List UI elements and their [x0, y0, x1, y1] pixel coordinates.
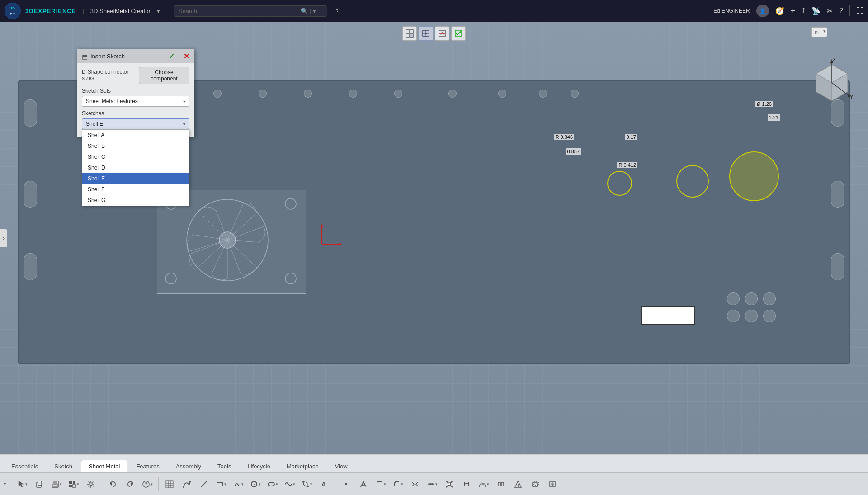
cad-circle-large — [729, 151, 779, 201]
dropdown-item-shell-d[interactable]: Shell D — [82, 162, 189, 173]
tab-assembly[interactable]: Assembly — [168, 460, 209, 472]
help-button[interactable]: ? ▾ — [139, 476, 156, 492]
d-shape-label: D-Shape connector sizes — [82, 69, 134, 81]
select-arrow: ▾ — [25, 482, 28, 486]
dialog-body: D-Shape connector sizes Choose component… — [77, 63, 194, 137]
grid-toggle-button[interactable] — [402, 26, 417, 41]
fillet-button[interactable]: ▾ — [373, 476, 389, 492]
project-button[interactable] — [355, 476, 372, 492]
search-icon[interactable]: 🔍 — [301, 8, 308, 14]
sketch-sets-dropdown[interactable]: Sheet Metal Features ▾ — [82, 96, 189, 107]
ellipse-arrow: ▾ — [276, 482, 278, 486]
cut-view-button[interactable] — [435, 26, 449, 41]
user-name: Ed ENGINEER — [713, 8, 750, 14]
svg-point-0 — [5, 3, 20, 19]
select-button[interactable]: ▾ — [14, 476, 30, 492]
search-input[interactable] — [179, 8, 301, 14]
trim-button[interactable] — [441, 476, 458, 492]
scissors-icon[interactable]: ✂ — [827, 7, 833, 15]
bezier-button[interactable] — [179, 476, 195, 492]
app-logo[interactable]: 3D ▶ ■ — [5, 3, 21, 19]
dropdown-item-shell-e[interactable]: Shell E — [82, 173, 189, 184]
line-button[interactable] — [196, 476, 212, 492]
add-icon[interactable]: + — [791, 6, 796, 16]
choose-component-button[interactable]: Choose component — [139, 67, 189, 84]
tab-view[interactable]: View — [327, 460, 355, 472]
svg-text:A: A — [321, 481, 326, 488]
sketches-dropdown[interactable]: Shell E ▾ — [82, 118, 189, 129]
rect-button[interactable]: ▾ — [213, 476, 229, 492]
svg-text:dim: dim — [480, 482, 485, 485]
slot — [24, 253, 37, 280]
help-icon[interactable]: ? — [839, 7, 843, 15]
sketches-dropdown-container: Shell E ▾ Shell A Shell B Shell C Shell … — [82, 118, 189, 129]
grid-button[interactable] — [161, 476, 178, 492]
save-button[interactable]: ▾ — [48, 476, 65, 492]
dropdown-item-shell-a[interactable]: Shell A — [82, 130, 189, 141]
ellipse-button[interactable]: ▾ — [264, 476, 281, 492]
app-name-text: 3D SheetMetal Creator — [90, 8, 151, 14]
dropdown-item-shell-g[interactable]: Shell G — [82, 195, 189, 206]
unfold-button[interactable] — [493, 476, 509, 492]
tab-lifecycle[interactable]: Lifecycle — [240, 460, 278, 472]
3d-sketch-button[interactable] — [527, 476, 543, 492]
expand-icon[interactable]: ⛶ — [856, 7, 863, 15]
left-panel-collapse[interactable]: › — [0, 229, 7, 247]
dropdown-item-shell-c[interactable]: Shell C — [82, 151, 189, 162]
hole — [498, 90, 506, 98]
settings-button[interactable] — [83, 476, 99, 492]
arc-button[interactable]: ▾ — [230, 476, 246, 492]
svg-text:Z: Z — [833, 58, 836, 62]
connect-button[interactable]: ▾ — [299, 476, 315, 492]
compass-widget[interactable]: Z Y — [809, 58, 854, 112]
svg-point-19 — [165, 273, 176, 284]
dialog-title-icon: ⬒ — [82, 53, 88, 60]
tab-marketplace[interactable]: Marketplace — [279, 460, 326, 472]
tab-tools[interactable]: Tools — [210, 460, 239, 472]
user-avatar[interactable]: 👤 — [756, 5, 769, 17]
dialog-confirm-button[interactable]: ✓ — [169, 52, 175, 61]
pattern-button[interactable]: ▾ — [424, 476, 440, 492]
svg-rect-6 — [410, 34, 413, 37]
toolbar-collapse-arrow[interactable]: ▾ — [4, 481, 6, 487]
paste-button[interactable] — [31, 476, 47, 492]
circle-button[interactable]: ▾ — [247, 476, 264, 492]
compass-icon[interactable]: 🧭 — [775, 7, 784, 15]
dim-unit-arrow[interactable]: ▾ — [823, 29, 826, 33]
svg-point-16 — [225, 238, 230, 242]
spline-button[interactable]: ▾ — [282, 476, 298, 492]
tag-icon[interactable]: 🏷 — [335, 7, 343, 15]
tab-sheet-metal[interactable]: Sheet Metal — [81, 460, 127, 472]
snap-button[interactable] — [419, 26, 433, 41]
svg-rect-44 — [73, 485, 75, 487]
hole — [259, 90, 267, 98]
search-dropdown-icon[interactable]: ▾ — [313, 8, 316, 14]
tab-sketch[interactable]: Sketch — [47, 460, 80, 472]
tab-essentials[interactable]: Essentials — [4, 460, 46, 472]
redo-button[interactable] — [122, 476, 138, 492]
chamfer-button[interactable]: ▾ — [390, 476, 406, 492]
view-button[interactable]: ▾ — [66, 476, 82, 492]
search-divider: | — [310, 8, 311, 14]
dropdown-item-shell-b[interactable]: Shell B — [82, 141, 189, 151]
svg-point-56 — [189, 481, 191, 483]
dialog-cancel-button[interactable]: ✕ — [184, 52, 189, 61]
search-area: 🔍 | ▾ — [174, 5, 327, 17]
dropdown-item-shell-f[interactable]: Shell F — [82, 184, 189, 195]
sketch-analysis-button[interactable] — [510, 476, 526, 492]
check-button[interactable] — [451, 26, 466, 41]
dimension-button[interactable]: dim ▾ — [476, 476, 492, 492]
undo-button[interactable] — [105, 476, 121, 492]
constraint-button[interactable] — [458, 476, 475, 492]
tab-features[interactable]: Features — [128, 460, 167, 472]
output-button[interactable] — [544, 476, 561, 492]
share-icon[interactable]: ⤴ — [802, 7, 805, 15]
sketches-row: Sketches Shell E ▾ Shell A Shell B Shell… — [82, 110, 189, 129]
app-dropdown-arrow[interactable]: ▾ — [157, 8, 160, 14]
text-button[interactable]: A — [316, 476, 332, 492]
svg-point-18 — [285, 198, 296, 209]
broadcast-icon[interactable]: 📡 — [811, 7, 821, 15]
rectangle-shape — [641, 306, 695, 325]
mirror-button[interactable] — [407, 476, 423, 492]
point-button[interactable] — [338, 476, 354, 492]
